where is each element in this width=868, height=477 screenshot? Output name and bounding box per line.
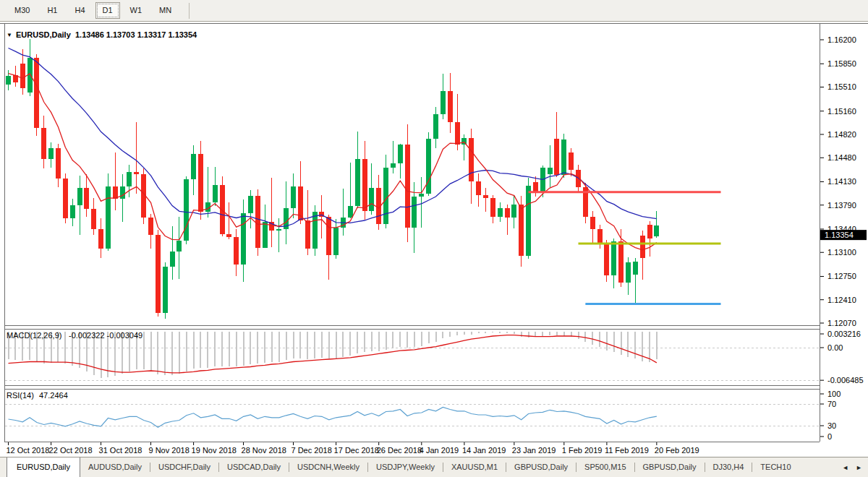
symbol-tab-usdjpy[interactable]: USDJPY,Weekly — [368, 457, 443, 477]
candle-bearish — [505, 208, 510, 217]
price-axis-label: 1.15160 — [827, 107, 856, 116]
candle-bullish — [276, 229, 281, 231]
candle-bullish — [120, 186, 125, 199]
symbol-tab-eurusd[interactable]: EURUSD,Daily — [7, 457, 80, 477]
symbol-tab-usdcad[interactable]: USDCAD,Daily — [219, 457, 289, 477]
date-axis-label: 23 Jan 2019 — [512, 446, 556, 455]
macd-histogram-bar — [456, 332, 458, 335]
timeframe-button-w1[interactable]: W1 — [123, 2, 150, 19]
macd-histogram-bar — [378, 332, 380, 351]
tab-scroll-arrows: ◄ ► — [838, 457, 868, 477]
price-axis-label: 1.16200 — [827, 35, 856, 44]
macd-histogram-bar — [264, 332, 265, 363]
macd-histogram-bar — [514, 332, 515, 334]
candle-bearish — [63, 179, 68, 218]
symbol-tab-audusd[interactable]: AUDUSD,Daily — [80, 457, 150, 477]
candle-bullish — [333, 228, 339, 255]
candle-bearish — [220, 185, 225, 233]
symbol-tab-usdchf[interactable]: USDCHF,Daily — [150, 457, 218, 477]
candle-bullish — [213, 185, 218, 202]
macd-histogram-bar — [386, 332, 387, 350]
candle-bearish — [255, 196, 260, 247]
macd-histogram-bar — [236, 332, 237, 366]
timeframe-button-d1[interactable]: D1 — [95, 2, 120, 19]
candle-bearish — [41, 128, 46, 159]
macd-histogram-bar — [478, 332, 480, 333]
symbol-tab-tech10[interactable]: TECH10 — [752, 457, 799, 477]
symbol-tab-sp500[interactable]: SP500,M15 — [576, 457, 634, 477]
rsi-line — [9, 408, 657, 428]
candle-bullish — [498, 208, 503, 216]
toolbar-divider — [189, 3, 190, 19]
macd-histogram-bar — [299, 332, 301, 358]
rsi-axis-label: 30 — [827, 421, 836, 430]
candle-bullish — [291, 186, 296, 207]
candle-bullish — [6, 76, 11, 84]
tab-scroll-right-icon[interactable]: ► — [856, 464, 862, 471]
macd-histogram-bar — [656, 332, 658, 359]
macd-histogram-bar — [342, 332, 344, 357]
symbol-tab-xauusd[interactable]: XAUUSD,M1 — [443, 457, 506, 477]
macd-histogram-bar — [542, 332, 543, 337]
macd-histogram-bar — [556, 332, 558, 335]
chart-title-symbol[interactable]: EURUSD,Daily — [16, 30, 72, 39]
candle-bullish — [426, 139, 431, 194]
candle-bearish — [590, 217, 595, 229]
macd-histogram-bar — [584, 332, 586, 342]
macd-histogram-bar — [407, 332, 408, 348]
price-axis-label: 1.15510 — [827, 82, 856, 91]
candle-bearish — [134, 172, 139, 174]
symbol-tab-bar: EURUSD,DailyAUDUSD,DailyUSDCHF,DailyUSDC… — [0, 457, 868, 477]
symbol-tab-gbpusd[interactable]: GBPUSD,Daily — [635, 457, 705, 477]
timeframe-button-h4[interactable]: H4 — [67, 2, 92, 19]
macd-histogram-bar — [528, 332, 529, 338]
macd-axis-label: 0.003216 — [827, 330, 861, 338]
candle-bearish — [554, 139, 559, 175]
candle-bearish — [362, 159, 367, 211]
symbol-tab-dj30[interactable]: DJ30,H4 — [705, 457, 752, 477]
date-axis-label: 19 Nov 2018 — [192, 446, 237, 455]
price-axis-label: 1.12750 — [827, 272, 856, 280]
candle-bullish — [355, 159, 360, 206]
timeframe-button-h1[interactable]: H1 — [40, 2, 64, 19]
symbol-dropdown-icon[interactable]: ▼ — [7, 32, 12, 38]
timeframe-button-m30[interactable]: M30 — [7, 2, 37, 19]
candle-bullish — [263, 222, 268, 247]
candle-bullish — [511, 205, 516, 218]
tab-scroll-left-icon[interactable]: ◄ — [842, 464, 848, 471]
candle-bearish — [20, 64, 25, 88]
symbol-tabs-scroller: EURUSD,DailyAUDUSD,DailyUSDCHF,DailyUSDC… — [0, 457, 838, 477]
candle-bullish — [369, 188, 374, 211]
candle-bullish — [312, 212, 318, 248]
date-axis-label: 11 Feb 2019 — [605, 446, 649, 455]
macd-signal-line — [9, 335, 657, 373]
macd-histogram-bar — [414, 332, 415, 347]
macd-histogram-bar — [143, 332, 145, 369]
timeframe-button-mn[interactable]: MN — [152, 2, 179, 19]
symbol-tab-gbpusd[interactable]: GBPUSD,Daily — [506, 457, 576, 477]
candle-bullish — [184, 179, 189, 241]
candle-bullish — [383, 168, 388, 225]
macd-histogram-bar — [578, 332, 579, 339]
candle-bullish — [433, 114, 438, 139]
candle-bullish — [548, 168, 553, 174]
macd-histogram-bar — [599, 332, 600, 347]
candle-bearish — [226, 234, 231, 238]
macd-histogram-bar — [307, 332, 308, 359]
macd-histogram-bar — [214, 332, 216, 366]
candle-bullish — [441, 91, 446, 113]
candle-bullish — [70, 205, 75, 218]
macd-axis-label: -0.006485 — [827, 376, 864, 384]
symbol-tab-usdcnh[interactable]: USDCNH,Weekly — [289, 457, 367, 477]
macd-histogram-bar — [606, 332, 608, 351]
candle-bullish — [561, 139, 566, 175]
candle-bullish — [391, 163, 396, 168]
macd-histogram-bar — [621, 332, 622, 355]
macd-histogram-bar — [392, 332, 393, 348]
price-axis-label: 1.12070 — [827, 319, 856, 327]
candle-bearish — [569, 152, 574, 171]
macd-histogram-bar — [435, 332, 437, 342]
date-axis-label: 22 Oct 2018 — [49, 446, 93, 455]
candle-bearish — [597, 229, 603, 244]
macd-histogram-bar — [171, 332, 173, 375]
